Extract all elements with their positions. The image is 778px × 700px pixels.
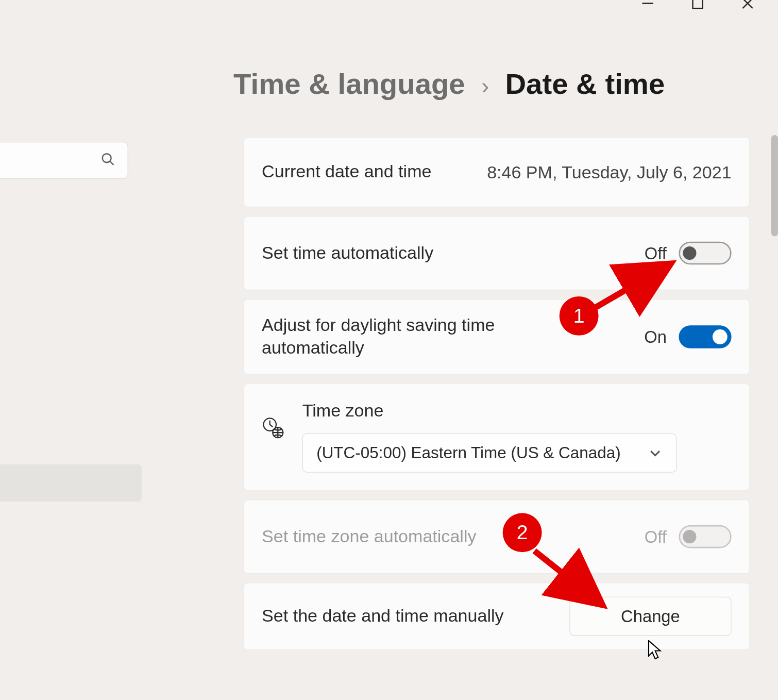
chevron-right-icon: › [481,73,489,99]
set-tz-auto-state: Off [645,527,667,546]
svg-rect-1 [693,0,703,8]
breadcrumb: Time & language › Date & time [233,68,665,101]
set-time-auto-label: Set time automatically [262,242,433,264]
minimize-button[interactable] [638,0,658,13]
set-tz-auto-toggle [679,525,731,548]
svg-point-4 [103,154,111,162]
timezone-select[interactable]: (UTC-05:00) Eastern Time (US & Canada) [302,434,677,473]
breadcrumb-current: Date & time [505,68,665,101]
current-datetime-value: 8:46 PM, Tuesday, July 6, 2021 [487,162,731,183]
set-time-auto-card: Set time automatically Off [244,216,750,290]
current-datetime-card: Current date and time 8:46 PM, Tuesday, … [244,137,750,207]
chevron-down-icon [648,445,663,460]
timezone-selected-value: (UTC-05:00) Eastern Time (US & Canada) [316,443,620,462]
set-tz-auto-card: Set time zone automatically Off [244,499,750,574]
dst-card: Adjust for daylight saving time automati… [244,299,750,375]
search-icon [100,152,115,169]
settings-list: Current date and time 8:46 PM, Tuesday, … [244,137,750,650]
change-button[interactable]: Change [569,597,731,636]
timezone-icon [262,416,285,442]
current-datetime-label: Current date and time [262,161,431,184]
manual-datetime-card: Set the date and time manually Change [244,582,750,650]
svg-line-5 [110,161,113,164]
dst-label: Adjust for daylight saving time automati… [262,314,532,360]
dst-toggle[interactable] [679,325,731,348]
dst-state: On [644,327,667,347]
close-button[interactable] [737,0,757,13]
set-time-auto-state: Off [645,243,667,263]
set-tz-auto-label: Set time zone automatically [262,525,476,548]
search-input[interactable] [0,142,128,179]
set-time-auto-toggle[interactable] [679,242,731,265]
maximize-button[interactable] [687,0,707,13]
vertical-scrollbar[interactable] [771,135,778,236]
breadcrumb-parent[interactable]: Time & language [233,68,465,101]
manual-datetime-label: Set the date and time manually [262,605,503,628]
sidebar-selected-item[interactable] [0,464,142,502]
timezone-card: Time zone (UTC-05:00) Eastern Time (US &… [244,384,750,491]
window-controls [638,0,778,13]
timezone-label: Time zone [302,401,732,422]
